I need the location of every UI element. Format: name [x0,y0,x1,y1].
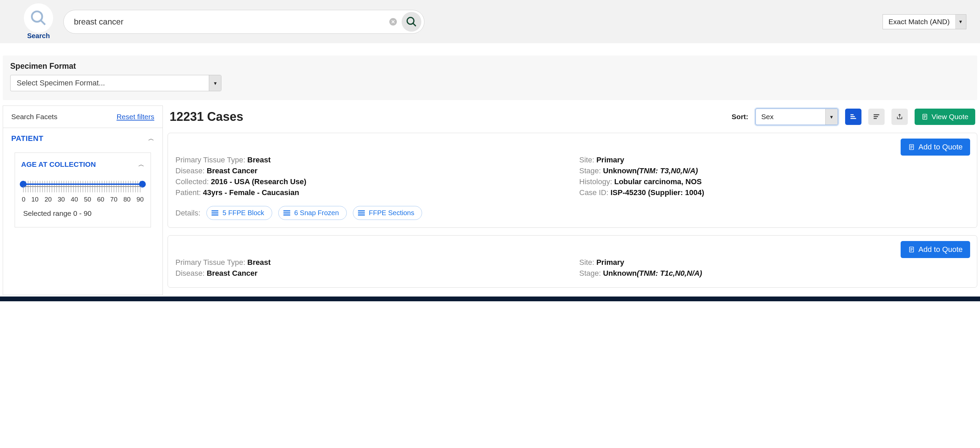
footer-bar [0,297,980,301]
sort-ascending-button[interactable] [845,109,861,125]
result-count: 12231 Cases [170,110,243,124]
case-field: Primary Tissue Type: Breast [175,258,566,267]
field-value: Unknown [603,167,636,175]
age-tick: 10 [31,196,38,203]
add-to-quote-button[interactable]: Add to Quote [900,241,970,258]
match-mode-value: Exact Match (AND) [883,18,955,26]
age-tick: 70 [110,196,118,203]
view-quote-label: View Quote [932,113,969,121]
case-field: Case ID: ISP-45230 (Supplier: 1004) [579,188,970,197]
add-to-quote-button[interactable]: Add to Quote [900,138,970,156]
age-tick: 20 [45,196,52,203]
age-tick: 50 [84,196,91,203]
chevron-up-icon: ︿ [138,160,145,168]
detail-chip[interactable]: 6 Snap Frozen [278,206,347,220]
case-card: Add to QuotePrimary Tissue Type: BreastD… [168,235,977,288]
field-key: Stage: [579,167,603,175]
chevron-down-icon: ▾ [955,14,966,29]
svg-point-0 [32,11,42,22]
reset-filters-link[interactable]: Reset filters [116,113,154,121]
field-key: Case ID: [579,188,611,197]
age-tick: 40 [71,196,78,203]
facet-section-patient[interactable]: PATIENT ︿ [3,128,162,149]
case-field: Disease: Breast Cancer [175,269,566,278]
case-field: Patient: 43yrs - Female - Caucasian [175,188,566,197]
age-facet-header[interactable]: AGE AT COLLECTION ︿ [21,160,145,168]
bars-icon [283,210,290,216]
svg-rect-10 [874,116,878,117]
field-value: Primary [597,156,624,164]
search-submit-button[interactable] [402,12,422,32]
age-tick: 90 [137,196,144,203]
sort-value: Sex [756,113,825,121]
sort-select[interactable]: Sex ▾ [755,108,838,125]
case-field: Collected: 2016 - USA (Research Use) [175,177,566,186]
case-field: Disease: Breast Cancer [175,167,566,175]
case-column: Site: PrimaryStage: Unknown(TNM: T3,N0,N… [579,154,970,199]
case-field: Site: Primary [579,258,970,267]
specimen-format-panel: Specimen Format Select Specimen Format..… [3,56,977,100]
field-suffix: (TNM: T3,N0,N/A) [636,167,698,175]
detail-chip[interactable]: FFPE Sections [353,206,422,220]
field-key: Disease: [175,167,207,175]
chevron-down-icon: ▾ [209,75,221,91]
results-panel: 12231 Cases Sort: Sex ▾ View Quote Add t… [168,105,977,295]
case-list: Add to QuotePrimary Tissue Type: BreastD… [168,133,977,288]
svg-line-1 [41,21,45,25]
chevron-up-icon: ︿ [148,135,154,143]
field-key: Patient: [175,188,203,197]
case-body: Primary Tissue Type: BreastDisease: Brea… [175,256,969,280]
specimen-format-title: Specimen Format [10,62,970,71]
match-mode-select[interactable]: Exact Match (AND) ▾ [883,14,966,29]
svg-point-4 [407,17,414,24]
facets-header: Search Facets Reset filters [3,106,162,128]
case-field: Histology: Lobular carcinoma, NOS [579,177,970,186]
chip-label: 6 Snap Frozen [294,209,339,217]
svg-rect-6 [851,114,854,115]
main-content: Search Facets Reset filters PATIENT ︿ AG… [3,105,977,295]
field-key: Collected: [175,177,211,186]
view-quote-button[interactable]: View Quote [915,109,975,125]
specimen-format-placeholder: Select Specimen Format... [11,79,209,87]
field-suffix: (TNM: T1c,N0,N/A) [636,269,702,278]
search-app-tile[interactable]: Search [24,3,53,40]
age-range-slider[interactable] [21,179,145,192]
field-value: Breast Cancer [207,167,258,175]
age-range-text: Selected range 0 - 90 [21,210,145,218]
age-tick-labels: 0102030405060708090 [21,196,145,203]
add-to-quote-label: Add to Quote [918,245,963,254]
svg-rect-9 [874,114,880,115]
facets-panel: Search Facets Reset filters PATIENT ︿ AG… [3,105,163,295]
detail-chip[interactable]: 5 FFPE Block [207,206,272,220]
export-button[interactable] [891,109,908,125]
results-header: 12231 Cases Sort: Sex ▾ View Quote [168,105,977,133]
field-value: 2016 - USA (Research Use) [211,177,306,186]
field-value: Breast [247,156,270,164]
field-key: Stage: [579,269,603,278]
svg-line-5 [413,23,416,26]
field-key: Histology: [579,177,614,186]
chip-label: 5 FFPE Block [223,209,264,217]
specimen-format-select[interactable]: Select Specimen Format... ▾ [10,75,221,91]
slider-ruler-bottom [23,186,142,192]
slider-track [23,183,142,185]
bars-icon [358,210,365,216]
search-input[interactable] [74,17,389,27]
document-icon [908,144,915,151]
age-tick: 60 [97,196,104,203]
age-tick: 30 [57,196,65,203]
search-bar [64,10,425,34]
case-field: Primary Tissue Type: Breast [175,156,566,164]
clear-search-icon[interactable] [389,18,397,25]
case-card: Add to QuotePrimary Tissue Type: BreastD… [168,133,977,228]
case-field: Stage: Unknown(TNM: T3,N0,N/A) [579,167,970,175]
age-facet-card: AGE AT COLLECTION ︿ 0102030405060708090 … [15,153,151,227]
facets-title: Search Facets [11,113,57,121]
chevron-down-icon: ▾ [825,109,838,125]
case-field: Site: Primary [579,156,970,164]
case-field: Stage: Unknown(TNM: T1c,N0,N/A) [579,269,970,278]
sort-descending-button[interactable] [868,109,885,125]
facet-section-label: PATIENT [11,134,43,143]
field-value: Primary [597,258,624,267]
search-app-icon [24,3,53,33]
